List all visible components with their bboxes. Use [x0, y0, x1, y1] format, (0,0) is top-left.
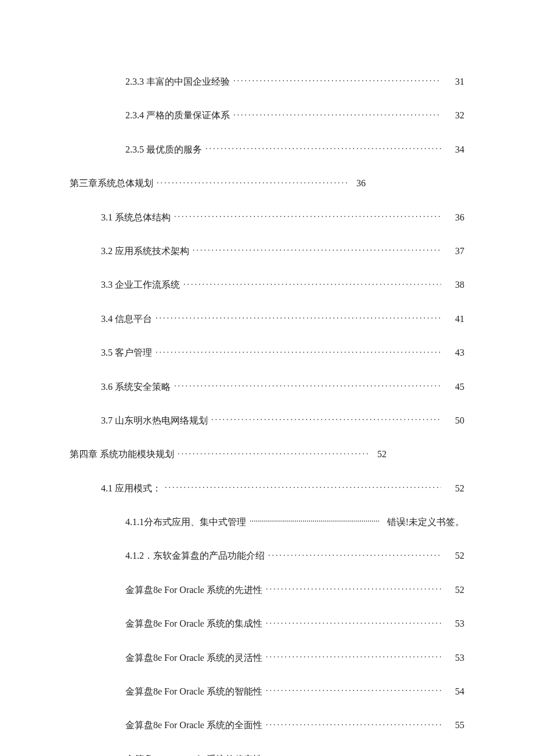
toc-entry-label: 第四章 系统功能模块规划 [70, 448, 174, 461]
toc-entry-label: 3.1 系统总体结构 [101, 211, 171, 224]
toc-leader-dots [157, 177, 348, 186]
toc-entry-row: 4.1.2．东软金算盘的产品功能介绍52 [70, 549, 464, 562]
toc-entry-label: 3.4 信息平台 [101, 313, 152, 325]
toc-entry-row: 3.4 信息平台41 [70, 313, 464, 325]
toc-page-number: 52 [445, 549, 464, 562]
toc-entry-row: 3.3 企业工作流系统38 [70, 278, 464, 291]
toc-entry-label: 3.5 客户管理 [101, 346, 152, 359]
toc-page-number: 56 [445, 753, 464, 756]
toc-page-number: 36 [445, 211, 464, 224]
toc-entry-row: 金算盘8e For Oracle 系统的集成性53 [70, 617, 464, 630]
toc-page-number: 45 [445, 381, 464, 393]
toc-page-number: 41 [445, 313, 464, 325]
toc-leader-dots [266, 652, 441, 661]
toc-leader-dots [183, 278, 441, 288]
toc-leader-dots [156, 346, 441, 356]
toc-page-number: 53 [445, 652, 464, 664]
toc-page-number: 38 [445, 278, 464, 291]
toc-page-number: 31 [445, 75, 464, 88]
toc-entry-label: 2.3.4 严格的质量保证体系 [125, 109, 230, 122]
toc-entry-label: 金算盘8e For Oracle 系统的稳定性 [125, 753, 262, 756]
toc-entry-label: 4.1 应用模式： [101, 482, 161, 495]
toc-entry-label: 2.3.5 最优质的服务 [125, 143, 202, 156]
toc-entry-label: 金算盘8e For Oracle 系统的集成性 [125, 617, 262, 630]
toc-page-number: 53 [445, 617, 464, 630]
toc-page-number: 52 [445, 482, 464, 495]
toc-leader-dots [268, 549, 441, 559]
toc-chapter-row: 第四章 系统功能模块规划52 [70, 448, 464, 461]
toc-leader-dots [250, 516, 379, 525]
toc-entry-label: 4.1.1分布式应用、集中式管理 [125, 516, 246, 529]
toc-page-number: 37 [445, 245, 464, 258]
toc-entry-row: 3.7 山东明水热电网络规划50 [70, 414, 464, 427]
toc-entry-row: 3.2 应用系统技术架构37 [70, 245, 464, 258]
toc-leader-dots [266, 753, 441, 756]
toc-entry-row: 金算盘8e For Oracle 系统的全面性55 [70, 719, 464, 732]
toc-leader-dots [233, 109, 441, 118]
toc-page-number: 52 [445, 584, 464, 596]
toc-leader-dots [165, 482, 441, 491]
toc-entry-label: 3.7 山东明水热电网络规划 [101, 414, 208, 427]
toc-entry-label: 3.6 系统安全策略 [101, 381, 171, 393]
toc-page-number: 52 [373, 448, 387, 461]
toc-leader-dots [156, 313, 441, 322]
toc-leader-dots [178, 448, 369, 457]
toc-leader-dots [266, 719, 441, 728]
toc-entry-row: 金算盘8e For Oracle 系统的灵活性53 [70, 652, 464, 664]
toc-entry-row: 2.3.5 最优质的服务34 [70, 143, 464, 156]
toc-entry-row: 3.1 系统总体结构36 [70, 211, 464, 224]
toc-leader-dots [266, 584, 441, 593]
toc-entry-row: 金算盘8e For Oracle 系统的智能性54 [70, 685, 464, 698]
toc-leader-dots [174, 211, 441, 220]
toc-entry-row: 金算盘8e For Oracle 系统的稳定性56 [70, 753, 464, 756]
toc-leader-dots [211, 414, 441, 424]
toc-entry-label: 金算盘8e For Oracle 系统的灵活性 [125, 652, 262, 664]
toc-entry-row: 3.5 客户管理43 [70, 346, 464, 359]
toc-page-number: 54 [445, 685, 464, 698]
toc-page-number: 50 [445, 414, 464, 427]
toc-leader-dots [205, 143, 441, 153]
toc-page-number: 55 [445, 719, 464, 732]
toc-page-number: 32 [445, 109, 464, 122]
toc-leader-dots [193, 245, 441, 254]
toc-entry-row: 3.6 系统安全策略45 [70, 381, 464, 393]
toc-entry-label: 金算盘8e For Oracle 系统的全面性 [125, 719, 262, 732]
toc-entry-label: 3.3 企业工作流系统 [101, 278, 180, 291]
document-page: 2.3.3 丰富的中国企业经验312.3.4 严格的质量保证体系322.3.5 … [0, 0, 534, 756]
toc-entry-label: 金算盘8e For Oracle 系统的智能性 [125, 685, 262, 698]
toc-entry-row: 2.3.3 丰富的中国企业经验31 [70, 75, 464, 88]
toc-page-number: 43 [445, 346, 464, 359]
table-of-contents: 2.3.3 丰富的中国企业经验312.3.4 严格的质量保证体系322.3.5 … [70, 75, 464, 756]
toc-entry-row: 4.1.1分布式应用、集中式管理错误!未定义书签。 [70, 516, 464, 529]
toc-entry-label: 2.3.3 丰富的中国企业经验 [125, 75, 230, 88]
toc-leader-dots [266, 685, 441, 694]
toc-entry-label: 4.1.2．东软金算盘的产品功能介绍 [125, 549, 265, 562]
toc-page-number: 34 [445, 143, 464, 156]
toc-entry-row: 4.1 应用模式：52 [70, 482, 464, 495]
toc-entry-label: 3.2 应用系统技术架构 [101, 245, 189, 258]
toc-page-number: 36 [352, 177, 366, 190]
toc-leader-dots [174, 381, 441, 390]
toc-entry-label: 第三章系统总体规划 [70, 177, 153, 190]
toc-error-text: 错误!未定义书签。 [383, 516, 464, 529]
toc-chapter-row: 第三章系统总体规划36 [70, 177, 464, 190]
toc-entry-row: 金算盘8e For Oracle 系统的先进性52 [70, 584, 464, 596]
toc-entry-label: 金算盘8e For Oracle 系统的先进性 [125, 584, 262, 596]
toc-leader-dots [233, 75, 441, 85]
toc-entry-row: 2.3.4 严格的质量保证体系32 [70, 109, 464, 122]
toc-leader-dots [266, 617, 441, 627]
